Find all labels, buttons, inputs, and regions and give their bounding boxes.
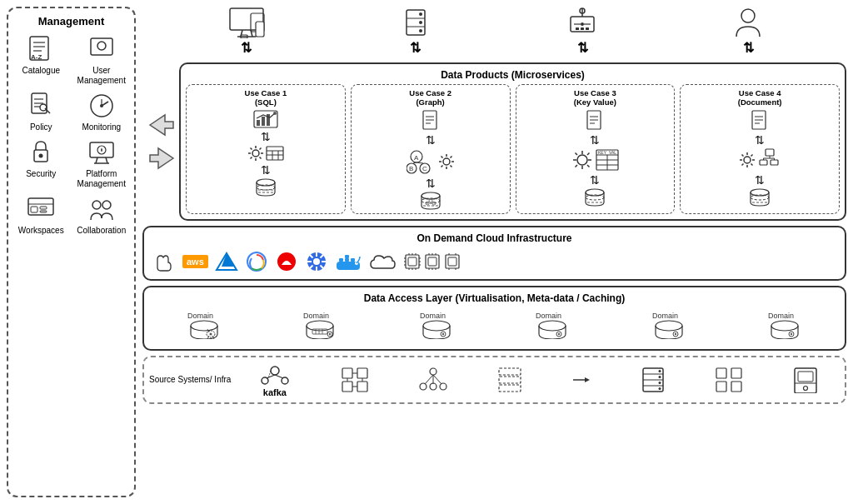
data-access-section: Data Access Layer (Virtualisation, Meta-… <box>142 286 846 351</box>
cloud-infra-section: On Demand Cloud Infrastructure aws <box>142 226 846 281</box>
svg-point-172 <box>209 332 212 335</box>
uc1-title: Use Case 1(SQL) <box>245 88 287 107</box>
device-iot: ⇅ <box>564 7 601 56</box>
device-monitor: ⇅ <box>226 7 267 56</box>
data-products-title: Data Products (Microservices) <box>186 69 840 81</box>
svg-rect-137 <box>345 258 349 262</box>
policy-label: Policy <box>30 122 52 132</box>
mgmt-item-security[interactable]: Security <box>15 137 67 189</box>
kubernetes-logo <box>305 250 328 273</box>
workspaces-label: Workspaces <box>18 226 64 236</box>
svg-rect-51 <box>586 27 589 30</box>
mgmt-grid: A-Z Catalogue User Management <box>15 34 127 236</box>
svg-point-196 <box>791 333 792 335</box>
use-case-3: Use Case 3(Key Value) ⇅ <box>516 84 676 214</box>
kafka-icon: kafka <box>258 362 292 397</box>
arrow-device1: ⇅ <box>241 40 252 56</box>
data-products-section: Data Products (Microservices) Use Case 1… <box>179 62 846 221</box>
main-container: Management A-Z Catalogue <box>0 0 853 504</box>
svg-text:VAL: VAL <box>609 150 616 155</box>
svg-line-201 <box>275 375 283 378</box>
domains-row: Domain Domain <box>149 309 840 344</box>
mgmt-item-policy[interactable]: Policy <box>15 91 67 132</box>
uc1-arrow: ⇅ <box>261 130 271 143</box>
mgmt-item-collaboration[interactable]: Collaboration <box>76 194 128 236</box>
uc4-icons: ⇅ <box>739 110 781 207</box>
kafka-label: kafka <box>263 387 287 397</box>
uc2-title: Use Case 2(Graph) <box>409 88 451 107</box>
cloud-pointer-icon <box>151 249 176 274</box>
domain3-icon: Domain <box>418 309 455 344</box>
svg-rect-49 <box>576 27 579 30</box>
azure-logo <box>215 252 238 272</box>
chip-icons-group <box>403 252 461 271</box>
svg-point-180 <box>329 333 331 335</box>
svg-marker-53 <box>150 115 173 135</box>
domain-5: Domain <box>651 309 687 344</box>
docker-logo <box>335 250 362 273</box>
source-systems-label: Source Systems/ Infra <box>149 375 231 384</box>
svg-line-19 <box>96 157 97 163</box>
svg-point-87 <box>429 199 432 202</box>
svg-text:Domain: Domain <box>536 312 561 320</box>
domain6-icon: Domain <box>766 309 803 344</box>
mgmt-item-user-management[interactable]: User Management <box>76 34 128 86</box>
svg-rect-233 <box>716 382 726 392</box>
security-icon <box>26 137 56 167</box>
uc1-arrow2: ⇅ <box>261 163 271 177</box>
svg-point-59 <box>273 112 277 115</box>
mgmt-item-catalogue[interactable]: A-Z Catalogue <box>15 34 67 86</box>
arrow-device3: ⇅ <box>577 40 588 56</box>
domain2-icon: Domain <box>302 309 338 344</box>
domain-3: Domain <box>418 309 455 344</box>
mgmt-item-monitoring[interactable]: Monitoring <box>76 91 128 132</box>
svg-point-170 <box>191 321 217 331</box>
domain-2: Domain <box>302 309 338 344</box>
svg-rect-218 <box>499 368 521 375</box>
svg-rect-111 <box>766 149 774 156</box>
svg-point-28 <box>92 201 101 209</box>
source-systems-section: Source Systems/ Infra kafka <box>142 356 846 404</box>
svg-point-82 <box>443 158 450 165</box>
svg-point-228 <box>659 376 661 378</box>
svg-point-211 <box>430 368 436 375</box>
svg-rect-142 <box>408 257 417 266</box>
svg-rect-36 <box>256 22 264 37</box>
svg-rect-203 <box>342 368 352 378</box>
domain-6: Domain <box>766 309 803 344</box>
svg-line-217 <box>433 375 441 384</box>
db-stacked-icon <box>715 367 743 393</box>
svg-rect-205 <box>342 382 352 392</box>
catalogue-icon: A-Z <box>26 34 56 64</box>
big-server-icon <box>792 367 819 393</box>
stack-boxes-icon <box>497 367 522 393</box>
svg-point-182 <box>423 321 450 331</box>
svg-rect-57 <box>262 117 265 126</box>
use-case-2: Use Case 2(Graph) ⇅ <box>351 84 511 214</box>
svg-point-110 <box>744 157 751 163</box>
management-title: Management <box>38 15 104 27</box>
svg-line-200 <box>267 375 275 378</box>
uc4-arrow: ⇅ <box>755 133 765 147</box>
svg-rect-138 <box>351 258 355 262</box>
svg-line-81 <box>417 162 423 163</box>
svg-point-40 <box>419 12 422 16</box>
svg-point-188 <box>558 333 560 335</box>
big-left-arrows <box>142 62 176 221</box>
svg-text:Domain: Domain <box>652 312 678 320</box>
svg-text:B: B <box>409 165 413 172</box>
svg-rect-236 <box>798 372 813 382</box>
catalogue-label: Catalogue <box>22 66 60 76</box>
svg-point-197 <box>271 367 279 375</box>
svg-rect-156 <box>428 257 436 266</box>
svg-point-60 <box>252 150 259 157</box>
svg-rect-25 <box>31 207 37 212</box>
db-grid-icon <box>341 367 369 393</box>
mgmt-item-platform-management[interactable]: Platform Management <box>76 137 128 189</box>
svg-rect-234 <box>731 382 741 392</box>
mgmt-item-workspaces[interactable]: Workspaces <box>15 194 67 236</box>
svg-rect-112 <box>760 160 767 165</box>
svg-line-20 <box>106 157 107 163</box>
uc2-arrow: ⇅ <box>426 133 436 147</box>
collaboration-label: Collaboration <box>77 226 126 236</box>
